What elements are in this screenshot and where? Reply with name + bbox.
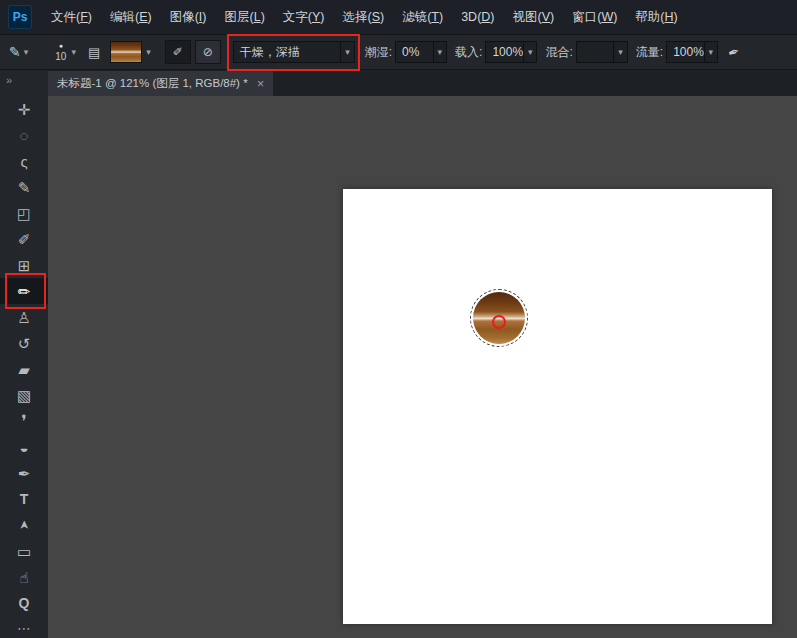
brush-tip-dot-icon: ● [59, 42, 63, 49]
brush-stroke-blob [473, 292, 525, 344]
path-selection-tool-icon: ➤ [18, 520, 30, 530]
brush-load-swatch-picker[interactable] [110, 41, 151, 63]
canvas-area [48, 96, 797, 638]
move-tool[interactable]: ✛ [0, 96, 48, 122]
load-field: 载入:100% [455, 41, 537, 63]
eyedropper-tool[interactable]: ✐ [0, 226, 48, 252]
brush-cursor-ring [492, 315, 506, 329]
mixer-preset-wrap: 干燥，深描 [233, 41, 355, 63]
mix-label: 混合: [545, 44, 572, 61]
flow-label: 流量: [636, 44, 663, 61]
menu-item-window[interactable]: 窗口(W) [563, 4, 626, 31]
menu-item-edit[interactable]: 编辑(E) [101, 4, 161, 31]
document-tab-title: 未标题-1 @ 121% (图层 1, RGB/8#) * [57, 76, 248, 91]
tool-preset-picker[interactable]: ✎ [6, 43, 31, 61]
history-brush-tool[interactable]: ↺ [0, 330, 48, 356]
brush-size-value: 10 [55, 52, 66, 62]
document-tab-bar: 未标题-1 @ 121% (图层 1, RGB/8#) * × [48, 70, 797, 96]
mix-field: 混合: [545, 41, 627, 63]
history-brush-tool-icon: ↺ [18, 336, 31, 351]
flow-field: 流量:100% [636, 41, 718, 63]
shape-tool[interactable]: ▭ [0, 538, 48, 564]
path-selection-tool[interactable]: ➤ [0, 512, 48, 538]
menu-item-type[interactable]: 文字(Y) [274, 4, 334, 31]
blur-tool[interactable]: ❜ [0, 408, 48, 434]
crop-tool-icon: ◰ [17, 206, 31, 221]
wet-field: 潮湿:0% [365, 41, 447, 63]
blur-tool-icon: ❜ [21, 413, 26, 430]
chevron-down-icon[interactable] [704, 42, 718, 62]
clone-stamp-tool-icon: ♙ [17, 310, 30, 325]
chevron-down-icon[interactable] [523, 42, 537, 62]
frame-tool[interactable]: ⊞ [0, 252, 48, 278]
gradient-tool[interactable]: ▧ [0, 382, 48, 408]
mixer-preset-select[interactable]: 干燥，深描 [233, 41, 355, 63]
load-brush-after-stroke-button[interactable]: ✐ [165, 40, 191, 64]
menu-item-layer[interactable]: 图层(L) [216, 4, 274, 31]
edit-toolbar-button[interactable]: ⋯ [0, 616, 48, 638]
load-brush-icon: ✐ [173, 45, 183, 59]
load-label: 载入: [455, 44, 482, 61]
tools-panel: » ✛◌ς✎◰✐⊞✏♙↺▰▧❜◒✒T➤▭☝Q ⋯ [0, 70, 48, 638]
selection-marching-ants [470, 289, 528, 347]
mixer-preset-value: 干燥，深描 [234, 44, 340, 61]
eyedropper-tool-icon: ✐ [18, 232, 31, 247]
chevron-down-icon [24, 47, 29, 57]
menu-item-file[interactable]: 文件(F) [42, 4, 101, 31]
toolbar-tools: ✛◌ς✎◰✐⊞✏♙↺▰▧❜◒✒T➤▭☝Q [0, 96, 48, 616]
toggle-brush-panel-button[interactable]: ▤ [88, 45, 100, 60]
document-tab[interactable]: 未标题-1 @ 121% (图层 1, RGB/8#) * × [48, 71, 273, 96]
clean-brush-icon: ⊘ [203, 45, 213, 59]
eraser-tool[interactable]: ▰ [0, 356, 48, 382]
wet-value: 0% [396, 45, 432, 59]
wet-input[interactable]: 0% [395, 41, 447, 63]
quick-selection-tool[interactable]: ✎ [0, 174, 48, 200]
brush-preset-picker[interactable]: ● 10 [55, 42, 76, 62]
chevron-down-icon[interactable] [340, 42, 354, 62]
flow-value: 100% [667, 45, 703, 59]
clean-brush-after-stroke-button[interactable]: ⊘ [195, 40, 221, 64]
menu-bar: Ps 文件(F)编辑(E)图像(I)图层(L)文字(Y)选择(S)滤镜(T)3D… [0, 0, 797, 35]
hand-tool[interactable]: ☝ [0, 564, 48, 590]
menu-item-image[interactable]: 图像(I) [161, 4, 216, 31]
mix-input[interactable] [576, 41, 628, 63]
mixer-fields: 潮湿:0%载入:100%混合:流量:100% [365, 41, 718, 63]
dodge-tool[interactable]: ◒ [0, 434, 48, 460]
toolbar-collapse-button[interactable]: » [0, 72, 48, 88]
pen-tool-icon: ✒ [18, 466, 31, 481]
menu-item-filter[interactable]: 滤镜(T) [393, 4, 452, 31]
flow-input[interactable]: 100% [666, 41, 718, 63]
marquee-tool-icon: ◌ [20, 128, 29, 143]
brush-tool[interactable]: ✏ [0, 278, 48, 304]
close-icon[interactable]: × [257, 77, 265, 90]
lasso-tool-icon: ς [20, 154, 27, 169]
pen-tool[interactable]: ✒ [0, 460, 48, 486]
frame-tool-icon: ⊞ [18, 258, 31, 273]
ps-logo: Ps [8, 5, 32, 29]
menu-item-help[interactable]: 帮助(H) [626, 4, 686, 31]
type-tool-icon: T [20, 492, 29, 506]
clone-stamp-tool[interactable]: ♙ [0, 304, 48, 330]
chevron-down-icon [71, 47, 76, 57]
lasso-tool[interactable]: ς [0, 148, 48, 174]
brush-load-swatch [110, 41, 142, 63]
quick-selection-tool-icon: ✎ [18, 180, 31, 195]
menu-item-view[interactable]: 视图(V) [504, 4, 564, 31]
shape-tool-icon: ▭ [17, 544, 31, 559]
chevron-down-icon[interactable] [433, 42, 447, 62]
type-tool[interactable]: T [0, 486, 48, 512]
marquee-tool[interactable]: ◌ [0, 122, 48, 148]
hand-tool-icon: ☝ [19, 570, 28, 585]
chevron-down-icon [146, 47, 151, 57]
zoom-tool[interactable]: Q [0, 590, 48, 616]
airbrush-toggle-button[interactable]: ✒ [726, 42, 742, 61]
menu-item-3d[interactable]: 3D(D) [452, 5, 503, 29]
main-area: » ✛◌ς✎◰✐⊞✏♙↺▰▧❜◒✒T➤▭☝Q ⋯ 未标题-1 @ 121% (图… [0, 70, 797, 638]
brush-tip-preview: ● 10 [55, 42, 66, 62]
document-canvas[interactable] [343, 189, 772, 624]
photoshop-window: Ps 文件(F)编辑(E)图像(I)图层(L)文字(Y)选择(S)滤镜(T)3D… [0, 0, 797, 638]
chevron-down-icon[interactable] [613, 42, 627, 62]
crop-tool[interactable]: ◰ [0, 200, 48, 226]
load-input[interactable]: 100% [485, 41, 537, 63]
menu-item-select[interactable]: 选择(S) [333, 4, 393, 31]
